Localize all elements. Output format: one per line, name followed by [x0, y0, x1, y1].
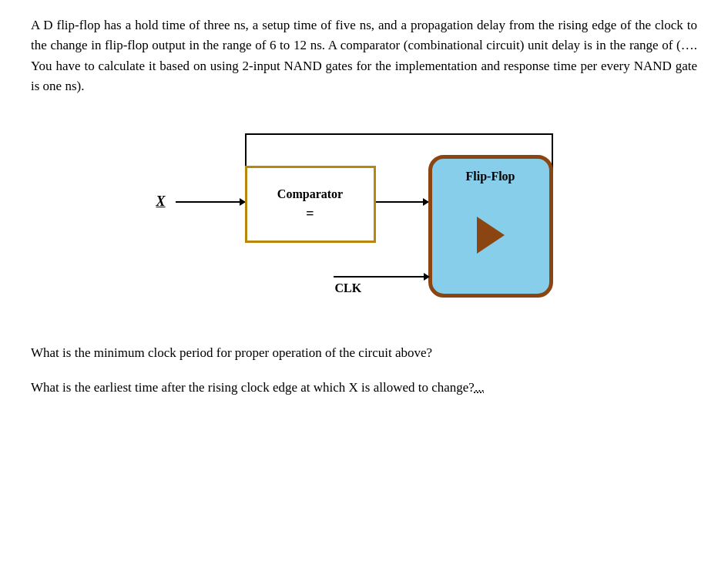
question-2-text: What is the earliest time after the risi…	[31, 380, 475, 395]
comparator-to-flipflop-arrow	[376, 201, 428, 203]
questions-section: What is the minimum clock period for pro…	[31, 343, 697, 398]
comparator-title: Comparator	[277, 187, 343, 201]
comparator-eq: =	[306, 206, 314, 222]
main-paragraph: A D flip-flop has a hold time of three n…	[31, 15, 697, 96]
x-to-comparator-arrow	[176, 201, 245, 203]
flipflop-block: Flip-Flop	[428, 155, 553, 298]
circuit-diagram: X Comparator = Flip-Flop CLK	[31, 110, 697, 326]
clk-label: CLK	[335, 281, 362, 295]
x-label: X	[156, 193, 166, 210]
question-2-dots: ...	[475, 380, 485, 395]
clk-triangle-icon	[477, 217, 505, 254]
question-2: What is the earliest time after the risi…	[31, 378, 697, 398]
clk-input-line	[334, 276, 429, 278]
question-1: What is the minimum clock period for pro…	[31, 343, 697, 363]
clk-input-area	[432, 217, 549, 254]
feedback-line-left	[245, 133, 247, 167]
feedback-line-top	[245, 133, 553, 135]
comparator-block: Comparator =	[245, 166, 376, 243]
flipflop-label: Flip-Flop	[465, 170, 515, 183]
